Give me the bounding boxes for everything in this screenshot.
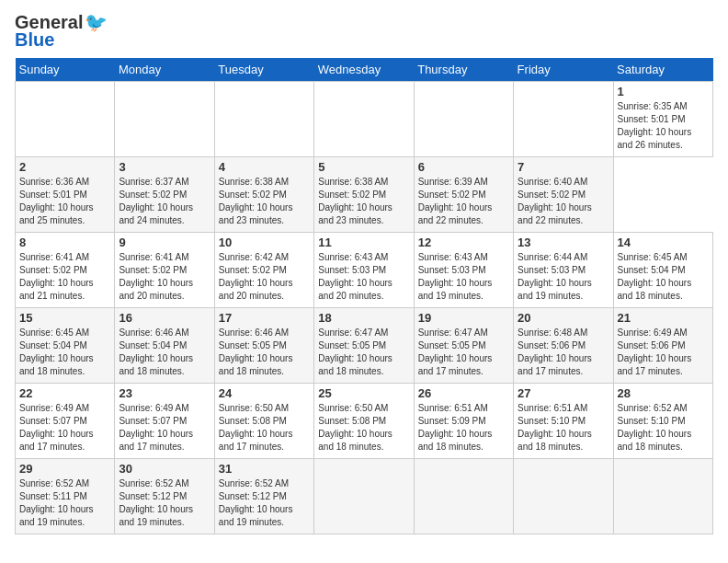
calendar-cell: 17 Sunrise: 6:46 AM Sunset: 5:05 PM Dayl… bbox=[214, 308, 313, 384]
day-info: Sunrise: 6:45 AM Sunset: 5:04 PM Dayligh… bbox=[19, 327, 110, 378]
sunrise: Sunrise: 6:39 AM bbox=[418, 177, 488, 187]
calendar-cell: 14 Sunrise: 6:45 AM Sunset: 5:04 PM Dayl… bbox=[613, 233, 712, 308]
calendar-cell: 13 Sunrise: 6:44 AM Sunset: 5:03 PM Dayl… bbox=[514, 233, 613, 308]
daylight: Daylight: 10 hours and 22 minutes. bbox=[418, 202, 493, 225]
daylight: Daylight: 10 hours and 18 minutes. bbox=[219, 353, 293, 376]
day-number: 30 bbox=[119, 462, 210, 476]
daylight: Daylight: 10 hours and 17 minutes. bbox=[518, 353, 592, 376]
daylight: Daylight: 10 hours and 17 minutes. bbox=[119, 429, 193, 452]
sunrise: Sunrise: 6:49 AM bbox=[119, 403, 188, 413]
calendar-header: General 🐦 Blue bbox=[15, 11, 713, 51]
calendar-cell: 5 Sunrise: 6:38 AM Sunset: 5:02 PM Dayli… bbox=[314, 157, 414, 233]
daylight: Daylight: 10 hours and 22 minutes. bbox=[518, 202, 592, 225]
calendar-cell bbox=[514, 82, 613, 157]
day-info: Sunrise: 6:52 AM Sunset: 5:11 PM Dayligh… bbox=[19, 477, 110, 529]
sunrise: Sunrise: 6:47 AM bbox=[318, 327, 388, 338]
day-number: 28 bbox=[618, 386, 709, 400]
calendar-container: General 🐦 Blue SundayMondayTuesdayWednes… bbox=[0, 0, 728, 542]
day-number: 19 bbox=[418, 311, 509, 325]
day-info: Sunrise: 6:51 AM Sunset: 5:09 PM Dayligh… bbox=[418, 402, 509, 454]
calendar-cell: 10 Sunrise: 6:42 AM Sunset: 5:02 PM Dayl… bbox=[214, 233, 313, 308]
daylight: Daylight: 10 hours and 20 minutes. bbox=[119, 278, 193, 301]
calendar-cell: 12 Sunrise: 6:43 AM Sunset: 5:03 PM Dayl… bbox=[414, 233, 513, 308]
day-info: Sunrise: 6:49 AM Sunset: 5:06 PM Dayligh… bbox=[618, 327, 709, 378]
dow-header-thursday: Thursday bbox=[414, 58, 513, 82]
calendar-cell bbox=[115, 82, 214, 157]
day-number: 16 bbox=[119, 311, 210, 325]
day-info: Sunrise: 6:35 AM Sunset: 5:01 PM Dayligh… bbox=[618, 100, 709, 152]
daylight: Daylight: 10 hours and 21 minutes. bbox=[19, 278, 94, 301]
day-info: Sunrise: 6:52 AM Sunset: 5:10 PM Dayligh… bbox=[618, 402, 709, 454]
calendar-cell: 15 Sunrise: 6:45 AM Sunset: 5:04 PM Dayl… bbox=[16, 308, 115, 384]
sunset: Sunset: 5:10 PM bbox=[618, 416, 686, 426]
sunset: Sunset: 5:12 PM bbox=[119, 491, 187, 501]
day-number: 21 bbox=[618, 311, 709, 325]
sunrise: Sunrise: 6:50 AM bbox=[219, 403, 289, 413]
day-number: 17 bbox=[219, 311, 310, 325]
sunset: Sunset: 5:02 PM bbox=[219, 265, 287, 275]
calendar-cell bbox=[314, 82, 414, 157]
calendar-cell: 16 Sunrise: 6:46 AM Sunset: 5:04 PM Dayl… bbox=[115, 308, 214, 384]
dow-header-wednesday: Wednesday bbox=[314, 58, 414, 82]
sunrise: Sunrise: 6:41 AM bbox=[19, 252, 89, 262]
daylight: Daylight: 10 hours and 17 minutes. bbox=[618, 353, 692, 376]
daylight: Daylight: 10 hours and 18 minutes. bbox=[518, 429, 592, 452]
sunrise: Sunrise: 6:46 AM bbox=[219, 327, 289, 338]
sunset: Sunset: 5:02 PM bbox=[518, 190, 586, 200]
daylight: Daylight: 10 hours and 17 minutes. bbox=[19, 429, 94, 452]
day-number: 4 bbox=[219, 160, 310, 174]
calendar-cell: 2 Sunrise: 6:36 AM Sunset: 5:01 PM Dayli… bbox=[16, 157, 115, 233]
day-info: Sunrise: 6:38 AM Sunset: 5:02 PM Dayligh… bbox=[318, 176, 409, 227]
day-number: 27 bbox=[518, 386, 609, 400]
calendar-cell bbox=[314, 459, 414, 534]
day-number: 10 bbox=[219, 236, 310, 249]
daylight: Daylight: 10 hours and 18 minutes. bbox=[618, 278, 692, 301]
day-info: Sunrise: 6:48 AM Sunset: 5:06 PM Dayligh… bbox=[518, 327, 609, 378]
sunset: Sunset: 5:07 PM bbox=[19, 416, 87, 426]
day-number: 26 bbox=[418, 386, 509, 400]
calendar-cell: 22 Sunrise: 6:49 AM Sunset: 5:07 PM Dayl… bbox=[16, 384, 115, 459]
sunrise: Sunrise: 6:36 AM bbox=[19, 177, 89, 187]
daylight: Daylight: 10 hours and 19 minutes. bbox=[19, 504, 94, 527]
sunset: Sunset: 5:09 PM bbox=[418, 416, 486, 426]
sunrise: Sunrise: 6:42 AM bbox=[219, 252, 289, 262]
calendar-cell: 30 Sunrise: 6:52 AM Sunset: 5:12 PM Dayl… bbox=[115, 459, 214, 534]
calendar-week-5: 22 Sunrise: 6:49 AM Sunset: 5:07 PM Dayl… bbox=[16, 384, 713, 459]
day-number: 14 bbox=[618, 236, 709, 249]
daylight: Daylight: 10 hours and 26 minutes. bbox=[618, 127, 692, 150]
day-info: Sunrise: 6:46 AM Sunset: 5:05 PM Dayligh… bbox=[219, 327, 310, 378]
calendar-table: SundayMondayTuesdayWednesdayThursdayFrid… bbox=[15, 58, 713, 534]
calendar-week-2: 2 Sunrise: 6:36 AM Sunset: 5:01 PM Dayli… bbox=[16, 157, 713, 233]
sunset: Sunset: 5:03 PM bbox=[318, 265, 386, 275]
calendar-cell: 26 Sunrise: 6:51 AM Sunset: 5:09 PM Dayl… bbox=[414, 384, 513, 459]
logo: General 🐦 Blue bbox=[15, 11, 108, 51]
daylight: Daylight: 10 hours and 20 minutes. bbox=[219, 278, 293, 301]
day-number: 22 bbox=[19, 386, 110, 400]
day-info: Sunrise: 6:41 AM Sunset: 5:02 PM Dayligh… bbox=[19, 251, 110, 303]
sunrise: Sunrise: 6:52 AM bbox=[618, 403, 688, 413]
logo-bird-icon: 🐦 bbox=[85, 11, 108, 33]
sunset: Sunset: 5:02 PM bbox=[318, 190, 386, 200]
dow-header-monday: Monday bbox=[115, 58, 214, 82]
calendar-cell bbox=[214, 82, 313, 157]
calendar-cell: 19 Sunrise: 6:47 AM Sunset: 5:05 PM Dayl… bbox=[414, 308, 513, 384]
sunset: Sunset: 5:06 PM bbox=[618, 340, 686, 350]
calendar-week-4: 15 Sunrise: 6:45 AM Sunset: 5:04 PM Dayl… bbox=[16, 308, 713, 384]
daylight: Daylight: 10 hours and 18 minutes. bbox=[418, 429, 493, 452]
day-number: 15 bbox=[19, 311, 110, 325]
sunrise: Sunrise: 6:48 AM bbox=[518, 327, 587, 338]
daylight: Daylight: 10 hours and 19 minutes. bbox=[219, 504, 293, 527]
day-number: 1 bbox=[618, 85, 709, 98]
calendar-cell bbox=[16, 82, 115, 157]
day-info: Sunrise: 6:49 AM Sunset: 5:07 PM Dayligh… bbox=[19, 402, 110, 454]
sunrise: Sunrise: 6:52 AM bbox=[119, 478, 188, 488]
calendar-week-3: 8 Sunrise: 6:41 AM Sunset: 5:02 PM Dayli… bbox=[16, 233, 713, 308]
day-number: 9 bbox=[119, 236, 210, 249]
daylight: Daylight: 10 hours and 23 minutes. bbox=[219, 202, 293, 225]
calendar-cell: 21 Sunrise: 6:49 AM Sunset: 5:06 PM Dayl… bbox=[613, 308, 712, 384]
dow-header-friday: Friday bbox=[514, 58, 613, 82]
day-info: Sunrise: 6:44 AM Sunset: 5:03 PM Dayligh… bbox=[518, 251, 609, 303]
daylight: Daylight: 10 hours and 17 minutes. bbox=[418, 353, 493, 376]
calendar-cell bbox=[514, 459, 613, 534]
sunrise: Sunrise: 6:52 AM bbox=[219, 478, 289, 488]
